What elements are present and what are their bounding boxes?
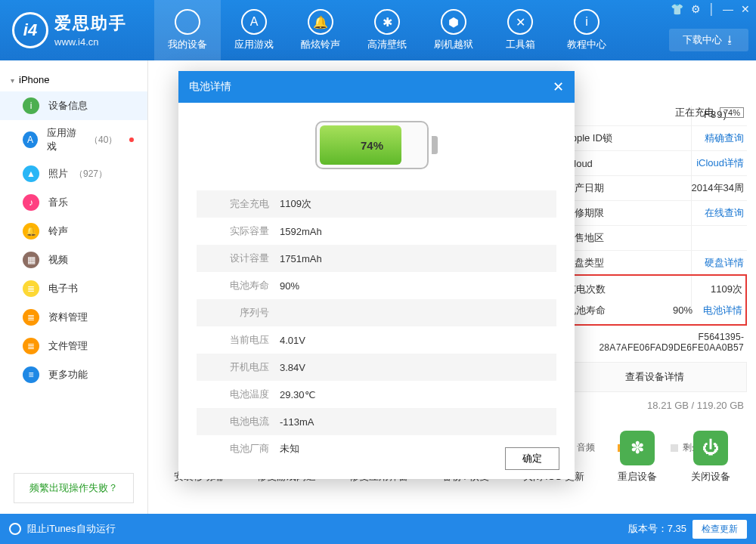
sidebar-item-label: 照片 xyxy=(48,167,68,181)
info-value[interactable]: 在线查询 xyxy=(705,206,744,220)
battery-row: 当前电压4.01V xyxy=(197,326,556,354)
sidebar-item-label: 资料管理 xyxy=(48,311,88,324)
check-update-button[interactable]: 检查更新 xyxy=(692,520,747,539)
battery-row: 开机电压3.84V xyxy=(197,354,556,381)
action-label: 关闭设备 xyxy=(691,470,730,484)
info-row: 生产日期2014年34周 xyxy=(562,175,747,200)
nav-应用游戏[interactable]: A应用游戏 xyxy=(221,0,287,60)
nav-icon: ✕ xyxy=(507,9,533,35)
window-controls: 👕 ⚙ │ — ✕ xyxy=(671,3,750,15)
version-label: 版本号： xyxy=(628,523,668,534)
battery-percent: 74% xyxy=(317,139,427,152)
minimize-icon[interactable]: — xyxy=(723,3,733,15)
nav-教程中心[interactable]: i教程中心 xyxy=(553,0,620,60)
sidebar-icon: i xyxy=(23,97,39,114)
sidebar-icon: ▦ xyxy=(23,252,39,268)
sidebar-item-应用游戏[interactable]: A应用游戏（40） xyxy=(0,120,147,159)
settings-icon[interactable]: ⚙ xyxy=(691,3,701,15)
device-info-panel: 正在充电 74% Apple ID锁精确查询iCloudiCloud详情生产日期… xyxy=(562,106,747,454)
info-value[interactable]: iCloud详情 xyxy=(696,156,744,170)
info-value[interactable]: 精确查询 xyxy=(705,131,744,145)
sidebar-item-文件管理[interactable]: ≣文件管理 xyxy=(0,332,147,360)
nav-icon: i xyxy=(574,9,600,35)
download-center-label: 下载中心 xyxy=(683,34,722,45)
sidebar-icon: ≡ xyxy=(23,366,39,383)
battery-row-value: 29.30℃ xyxy=(280,389,316,400)
battery-row: 电池电流-113mA xyxy=(197,408,556,435)
info-value: 2014年34周 xyxy=(692,181,744,195)
info-row: 销售地区 xyxy=(562,225,747,250)
storage-text: 18.21 GB / 119.20 GB xyxy=(562,392,747,419)
sidebar-item-label: 文件管理 xyxy=(48,339,88,353)
battery-row: 电池寿命90% xyxy=(197,272,556,299)
logo-icon: i4 xyxy=(12,12,48,48)
info-row: 硬盘类型硬盘详情 xyxy=(562,250,747,275)
close-icon[interactable]: ✕ xyxy=(741,3,750,15)
nav-label: 高清壁纸 xyxy=(367,38,407,51)
nav-icon: 🔔 xyxy=(308,9,333,35)
battery-row-label: 电池厂商 xyxy=(197,442,280,456)
sidebar-count: （927） xyxy=(74,168,107,181)
ok-button[interactable]: 确定 xyxy=(505,447,559,470)
help-link[interactable]: 频繁出现操作失败？ xyxy=(14,473,134,503)
sidebar-item-更多功能[interactable]: ≡更多功能 xyxy=(0,360,147,389)
battery-row-value: 90% xyxy=(280,280,299,292)
sidebar-item-设备信息[interactable]: i设备信息 xyxy=(0,91,147,120)
battery-row-value: -113mA xyxy=(280,416,314,428)
version-value: 7.35 xyxy=(668,523,686,534)
info-row: iCloudiCloud详情 xyxy=(562,150,747,175)
sidebar-item-资料管理[interactable]: ≣资料管理 xyxy=(0,303,147,332)
nav-工具箱[interactable]: ✕工具箱 xyxy=(487,0,553,60)
battery-row-label: 序列号 xyxy=(197,306,280,320)
battery-row-value: 3.84V xyxy=(280,362,305,373)
battery-row-label: 当前电压 xyxy=(197,333,280,347)
info-row: Apple ID锁精确查询 xyxy=(562,125,747,150)
download-center-button[interactable]: 下载中心 ⭳ xyxy=(669,29,748,51)
app-header: i4 爱思助手 www.i4.cn 我的设备A应用游戏🔔酷炫铃声✱高清壁纸⬢刷机… xyxy=(0,0,756,60)
device-details-button[interactable]: 查看设备详情 xyxy=(562,362,747,392)
battery-row: 电池温度29.30℃ xyxy=(197,381,556,408)
nav-高清壁纸[interactable]: ✱高清壁纸 xyxy=(354,0,420,60)
nav-label: 工具箱 xyxy=(506,38,535,51)
radio-off-icon[interactable] xyxy=(9,523,21,535)
sidebar-count: （40） xyxy=(89,134,117,147)
sidebar-icon: ▲ xyxy=(23,165,39,182)
device-tree-head[interactable]: iPhone xyxy=(0,68,147,91)
nav-label: 教程中心 xyxy=(567,38,606,51)
notify-dot-icon xyxy=(129,138,134,142)
sidebar-item-label: 铃声 xyxy=(48,224,68,238)
battery-detail-link[interactable]: 电池详情 xyxy=(703,304,742,316)
sidebar-item-视频[interactable]: ▦视频 xyxy=(0,246,147,274)
battery-row-label: 实际容量 xyxy=(197,224,280,238)
shirt-icon[interactable]: 👕 xyxy=(671,3,683,15)
info-value[interactable]: 硬盘详情 xyxy=(705,256,744,270)
nav-刷机越狱[interactable]: ⬢刷机越狱 xyxy=(420,0,487,60)
sidebar-item-音乐[interactable]: ♪音乐 xyxy=(0,188,147,217)
charging-percent: 74% xyxy=(720,107,744,118)
nav-我的设备[interactable]: 我的设备 xyxy=(154,0,221,60)
charge-cycles-row: 充电次数1109次 xyxy=(563,279,745,300)
sidebar-item-电子书[interactable]: ≣电子书 xyxy=(0,274,147,303)
sidebar-item-label: 音乐 xyxy=(48,196,68,209)
status-bar: 阻止iTunes自动运行 版本号：7.35 检查更新 xyxy=(0,514,756,544)
itunes-block-label[interactable]: 阻止iTunes自动运行 xyxy=(27,522,116,536)
sidebar-item-照片[interactable]: ▲照片（927） xyxy=(0,159,147,188)
nav-label: 酷炫铃声 xyxy=(301,38,340,51)
action-重启设备[interactable]: ✽重启设备 xyxy=(618,431,657,484)
action-tile-icon: ⏻ xyxy=(693,431,728,465)
battery-life-row: 电池寿命90%电池详情 xyxy=(563,300,745,321)
battery-row-label: 电池寿命 xyxy=(197,279,280,292)
modal-close-icon[interactable]: ✕ xyxy=(553,79,564,95)
main-nav: 我的设备A应用游戏🔔酷炫铃声✱高清壁纸⬢刷机越狱✕工具箱i教程中心 xyxy=(154,0,620,60)
nav-酷炫铃声[interactable]: 🔔酷炫铃声 xyxy=(287,0,354,60)
sidebar-item-label: 视频 xyxy=(48,253,68,267)
action-label: 重启设备 xyxy=(618,470,657,484)
action-关闭设备[interactable]: ⏻关闭设备 xyxy=(691,431,730,484)
nav-label: 我的设备 xyxy=(168,38,207,51)
sidebar-icon: ≣ xyxy=(23,338,39,354)
battery-visual: 74% xyxy=(178,103,575,187)
nav-label: 刷机越狱 xyxy=(434,38,473,51)
battery-row-label: 电池温度 xyxy=(197,388,280,401)
sidebar-item-铃声[interactable]: 🔔铃声 xyxy=(0,217,147,246)
sidebar-icon: A xyxy=(23,131,38,148)
